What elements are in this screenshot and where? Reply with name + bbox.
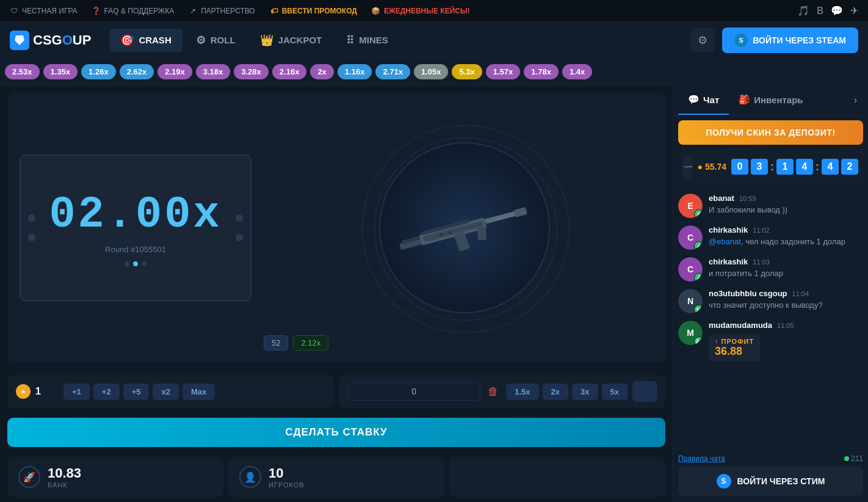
nav-right: ⚙ S ВОЙТИ ЧЕРЕЗ STEAM (690, 27, 858, 53)
skin-price: ● 55.74 (697, 162, 726, 172)
avatar-badge: 24 (694, 336, 703, 345)
discord-icon[interactable]: 💬 (831, 5, 843, 16)
multiplier-badge[interactable]: 1.4x (562, 64, 592, 79)
inventory-icon: 🎒 (739, 94, 750, 105)
multiplier-badge[interactable]: 2.53x (5, 64, 40, 79)
multiplier-input[interactable] (347, 382, 480, 401)
bank-label: БАНК (48, 481, 81, 489)
partnership-nav[interactable]: ↗ ПАРТНЕРСТВО (189, 7, 255, 15)
max-button[interactable]: Max (183, 384, 215, 400)
timer-m2: 4 (796, 159, 813, 175)
vk-icon[interactable]: В (817, 5, 823, 16)
arrow-icon: ↗ (189, 7, 197, 15)
nav-jackpot[interactable]: 👑 JACKPOT (249, 29, 333, 52)
multiplier-badge[interactable]: 1.57x (486, 64, 521, 79)
nav-mines[interactable]: ⠿ MINES (335, 29, 399, 52)
place-bet-button[interactable]: СДЕЛАТЬ СТАВКУ (7, 418, 665, 447)
message-text: И заблокили вывод )) (709, 205, 863, 216)
avatar-badge: 19 (694, 305, 703, 313)
message-header: chirkashik 11:03 (709, 257, 863, 266)
tab-chat[interactable]: 💬 Чат (678, 85, 729, 115)
avatar-badge: 6 (694, 209, 703, 218)
question-icon: ❓ (92, 7, 101, 15)
5x-button[interactable]: 5x (602, 384, 627, 400)
steam-login-button[interactable]: S ВОЙТИ ЧЕРЕЗ СТИМ (678, 467, 863, 496)
nav-crash[interactable]: 🎯 CRASH (109, 29, 182, 52)
2x-button[interactable]: 2x (543, 384, 568, 400)
game-area: 02.00x Round #1055501 (0, 85, 673, 502)
skin-promo: ● 55.74 0 3 : 1 4 : 4 2 (678, 150, 863, 184)
1-5x-button[interactable]: 1.5x (506, 384, 538, 400)
multiplier-bar: 2.53x1.35x1.26x2.62x2.19x3.18x3.28x2.16x… (0, 59, 868, 85)
cases-nav[interactable]: 📦 ЕЖЕДНЕВНЫЕ КЕЙСЫ! (372, 7, 470, 15)
online-dot (844, 456, 849, 461)
timer-s2: 2 (841, 159, 858, 175)
nav-roll[interactable]: ⚙ ROLL (185, 29, 247, 52)
panel-arrow[interactable]: › (848, 86, 863, 114)
user-avatar: C4 (678, 225, 703, 250)
timer-boxes: 0 3 : 1 4 : 4 2 (731, 159, 858, 175)
gun-area (264, 142, 665, 313)
bet-overlays: 52 2.12x (264, 335, 328, 351)
chat-message: E6 ebanat 10:59 И заблокили вывод )) (678, 194, 863, 218)
promo-nav[interactable]: 🏷 ВВЕСТИ ПРОМОКОД (270, 7, 357, 15)
avatar-badge: 4 (694, 241, 703, 250)
message-username: mudamudamuda (709, 321, 772, 330)
multiplier-badge[interactable]: 3.28x (234, 64, 269, 79)
chat-rules-link[interactable]: Правила чата (678, 454, 725, 463)
tag-icon: 🏷 (270, 7, 278, 15)
message-username: chirkashik (709, 257, 748, 266)
multiplier-badge[interactable]: 1.35x (43, 64, 78, 79)
message-text: @ebanat, чел надо задонить 1 долар (709, 236, 863, 247)
multiplier-badge[interactable]: 2.19x (157, 64, 192, 79)
3x-button[interactable]: 3x (572, 384, 598, 400)
multiplier-badge[interactable]: 3.18x (196, 64, 231, 79)
x2-button[interactable]: x2 (153, 384, 178, 400)
svg-rect-5 (454, 232, 470, 252)
multiplier-badge[interactable]: 2.62x (120, 64, 154, 79)
message-text: и потратить 1 долар (709, 268, 863, 279)
plus1-button[interactable]: +1 (63, 384, 90, 400)
message-body: no3utubhblu csgoup 11:04 что значит дост… (709, 289, 863, 311)
multiplier-badge[interactable]: 5.3x (452, 64, 482, 79)
multiplier-badge[interactable]: 2.16x (272, 64, 307, 79)
roll-icon: ⚙ (196, 34, 206, 47)
crash-screen: 02.00x Round #1055501 (20, 155, 251, 301)
multiplier-badge[interactable]: 2x (310, 64, 333, 79)
steam-icon-chat: S (717, 474, 731, 489)
extra-control[interactable] (632, 381, 657, 402)
telegram-icon[interactable]: ✈ (850, 5, 858, 16)
online-count: 211 (841, 454, 863, 463)
faq-nav[interactable]: ❓ FAQ & ПОДДЕРЖКА (92, 7, 175, 15)
honest-game-nav[interactable]: 🛡 ЧЕСТНАЯ ИГРА (10, 7, 78, 15)
settings-button[interactable]: ⚙ (690, 28, 715, 53)
tiktok-icon[interactable]: 🎵 (797, 5, 809, 16)
logo[interactable]: CSGOUP (10, 31, 91, 50)
crash-icon: 🎯 (120, 34, 134, 47)
multiplier-badge[interactable]: 1.26x (81, 64, 116, 79)
bet-coin-icon: ● (16, 384, 31, 399)
user-avatar: C4 (678, 257, 703, 282)
login-button[interactable]: S ВОЙТИ ЧЕРЕЗ STEAM (722, 27, 858, 53)
multiplier-badge[interactable]: 1.16x (338, 64, 372, 79)
mention: @ebanat (709, 237, 741, 246)
multiplier-badge[interactable]: 1.78x (524, 64, 559, 79)
trash-button[interactable]: 🗑 (485, 383, 501, 401)
multiplier-badge[interactable]: 1.05x (414, 64, 449, 79)
players-value: 10 (269, 465, 305, 481)
stat-players: 👤 10 ИГРОКОВ (228, 457, 444, 497)
chat-message: N19 no3utubhblu csgoup 11:04 что значит … (678, 289, 863, 313)
message-body: ebanat 10:59 И заблокили вывод )) (709, 194, 863, 216)
message-text: что значит доступно к выводу? (709, 300, 863, 311)
crash-display: 02.00x Round #1055501 (7, 93, 665, 363)
plus5-button[interactable]: +5 (123, 384, 150, 400)
svg-marker-0 (15, 35, 24, 45)
message-body: chirkashik 11:02 @ebanat, чел надо задон… (709, 225, 863, 247)
user-avatar: E6 (678, 194, 703, 218)
message-header: chirkashik 11:02 (709, 225, 863, 235)
plus2-button[interactable]: +2 (93, 384, 120, 400)
tab-inventory[interactable]: 🎒 Инвентарь (729, 85, 812, 115)
multiplier-badge[interactable]: 2.71x (375, 64, 410, 79)
bank-value: 10.83 (48, 465, 81, 481)
deposit-banner[interactable]: ПОЛУЧИ СКИН ЗА ДЕПОЗИТ! (678, 120, 863, 145)
